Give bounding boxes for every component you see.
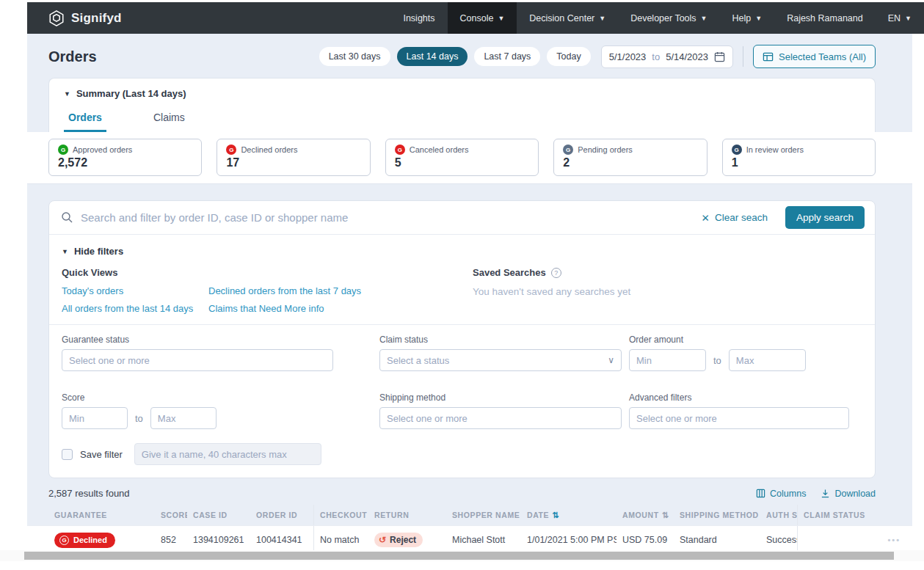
nav-item-user[interactable]: Rajesh Ramanand (774, 2, 876, 34)
row-actions-menu[interactable]: ••• (870, 536, 901, 544)
summary-card-canceled-orders[interactable]: GCanceled orders 5 (385, 139, 539, 176)
shipping-method-cell: Standard (674, 535, 760, 545)
col-date[interactable]: DATE⇅ (521, 511, 616, 519)
shipping-method-label: Shipping method (379, 392, 629, 403)
nav-item-console[interactable]: Console▼ (448, 2, 517, 34)
range-pill-last-30-days[interactable]: Last 30 days (319, 47, 390, 66)
chevron-down-icon: ▼ (498, 15, 504, 22)
save-filter-name-input[interactable] (134, 443, 321, 465)
summary-card-declined-orders[interactable]: GDeclined orders 17 (217, 139, 370, 176)
col-case-id[interactable]: CASE ID (187, 511, 250, 519)
col-auth-status[interactable]: AUTH S (760, 511, 797, 519)
sort-icon[interactable]: ⇅ (662, 511, 669, 519)
quick-view-declined-7-days[interactable]: Declined orders from the last 7 days (208, 285, 473, 296)
order-amount-label: Order amount (629, 335, 860, 345)
return-reject-badge: ↺Reject (374, 533, 423, 547)
guarantee-status-label: Guarantee status (62, 335, 379, 345)
collapse-caret-icon: ▼ (64, 91, 70, 98)
close-icon: ✕ (702, 212, 710, 224)
download-button[interactable]: Download (821, 489, 876, 499)
search-row: ✕ Clear seach Apply search (49, 201, 875, 235)
search-input[interactable] (81, 211, 694, 224)
quick-views-title: Quick Views (62, 267, 473, 278)
col-return[interactable]: RETURN (368, 511, 446, 519)
tab-orders[interactable]: Orders (64, 106, 106, 132)
search-icon (61, 211, 73, 224)
help-circle-icon[interactable]: ? (551, 268, 561, 278)
summary-collapse-toggle[interactable]: ▼ Summary (Last 14 days) (64, 88, 860, 99)
guarantee-icon: G (59, 536, 69, 545)
summary-card-pending-orders[interactable]: GPending orders 2 (553, 139, 707, 176)
columns-button[interactable]: Columns (756, 489, 806, 499)
col-claim-status[interactable]: CLAIM STATUS (797, 505, 870, 525)
clear-search-button[interactable]: ✕ Clear seach (702, 212, 768, 224)
page-header: Orders Last 30 days Last 14 days Last 7 … (48, 44, 876, 69)
shopper-name-cell: Michael Stott (446, 535, 521, 545)
col-shipping-method[interactable]: SHIPPING METHOD (674, 511, 760, 519)
guarantee-cell: GDeclined (48, 533, 155, 548)
score-min-input[interactable] (62, 407, 128, 429)
nav-item-help[interactable]: Help▼ (720, 2, 775, 34)
guarantee-declined-badge: GDeclined (54, 533, 115, 548)
selected-teams-button[interactable]: Selected Teams (All) (753, 45, 876, 68)
case-id-cell[interactable]: 1394109261 (187, 535, 250, 545)
auth-status-cell: Success (760, 535, 797, 545)
save-filter-label: Save filter (80, 449, 123, 460)
col-shopper-name[interactable]: SHOPPER NAME (446, 511, 521, 519)
apply-search-button[interactable]: Apply search (785, 206, 865, 229)
quick-view-all-orders-14-days[interactable]: All orders from the last 14 days (62, 303, 208, 314)
guarantee-approved-icon: G (58, 145, 68, 155)
col-score[interactable]: SCORE (155, 511, 187, 519)
app-window: Signifyd Insights Console▼ Decision Cent… (27, 2, 924, 559)
col-checkout[interactable]: CHECKOUT (313, 505, 368, 525)
date-to-value[interactable]: 5/14/2023 (666, 51, 708, 62)
search-filter-panel: ✕ Clear seach Apply search ▼ Hide filter… (48, 200, 876, 478)
order-amount-min-input[interactable] (629, 349, 706, 371)
score-max-input[interactable] (150, 407, 217, 429)
top-navbar: Signifyd Insights Console▼ Decision Cent… (27, 2, 924, 34)
results-count: 2,587 results found (48, 488, 130, 499)
hide-filters-toggle[interactable]: ▼ Hide filters (49, 235, 875, 258)
advanced-filters-label: Advanced filters (629, 392, 860, 403)
horizontal-scrollbar[interactable] (0, 550, 924, 561)
card-value: 2 (563, 156, 697, 169)
col-guarantee[interactable]: GUARANTEE (48, 511, 155, 519)
quick-view-todays-orders[interactable]: Today's orders (62, 285, 208, 296)
orders-page: Orders Last 30 days Last 14 days Last 7 … (27, 34, 912, 559)
nav-item-decision-center[interactable]: Decision Center▼ (517, 2, 618, 34)
range-pill-today[interactable]: Today (547, 47, 590, 66)
chevron-down-icon: ▼ (701, 15, 707, 22)
col-amount[interactable]: AMOUNT⇅ (616, 511, 674, 519)
signifyd-brand[interactable]: Signifyd (48, 10, 122, 27)
guarantee-in-review-icon: G (732, 145, 742, 155)
quick-view-claims-need-info[interactable]: Claims that Need More info (208, 303, 473, 314)
collapse-caret-icon: ▼ (62, 249, 68, 255)
order-amount-max-input[interactable] (729, 349, 806, 371)
card-label: Declined orders (241, 145, 297, 154)
sort-icon[interactable]: ⇅ (552, 511, 559, 519)
date-cell: 1/01/2021 5:00 PM PST (521, 535, 616, 545)
table-header: GUARANTEE SCORE CASE ID ORDER ID CHECKOU… (27, 505, 912, 525)
summary-card-in-review-orders[interactable]: GIn review orders 1 (722, 139, 876, 176)
summary-card-approved-orders[interactable]: GApproved orders 2,572 (48, 139, 202, 176)
card-label: Canceled orders (410, 145, 469, 154)
shipping-method-input[interactable] (379, 407, 622, 429)
quick-views-section: Quick Views Today's orders Declined orde… (62, 267, 473, 314)
advanced-filters-input[interactable] (629, 407, 849, 429)
guarantee-status-input[interactable] (62, 349, 333, 371)
col-order-id[interactable]: ORDER ID (250, 511, 313, 519)
nav-item-insights[interactable]: Insights (390, 2, 447, 34)
order-id-cell: 100414341 (250, 535, 313, 545)
date-range-picker[interactable]: 5/1/2023 to 5/14/2023 (601, 45, 733, 68)
nav-item-developer-tools[interactable]: Developer Tools▼ (618, 2, 719, 34)
save-filter-checkbox[interactable] (62, 449, 73, 460)
tab-claims[interactable]: Claims (149, 106, 189, 132)
date-from-value[interactable]: 5/1/2023 (609, 51, 647, 62)
nav-item-language[interactable]: EN▼ (876, 2, 924, 34)
range-pill-last-14-days[interactable]: Last 14 days (397, 47, 468, 66)
saved-searches-title: Saved Searches (473, 267, 546, 278)
scrollbar-thumb[interactable] (24, 552, 894, 560)
calendar-icon[interactable] (714, 51, 725, 62)
claim-status-select[interactable] (379, 349, 622, 371)
range-pill-last-7-days[interactable]: Last 7 days (474, 47, 540, 66)
